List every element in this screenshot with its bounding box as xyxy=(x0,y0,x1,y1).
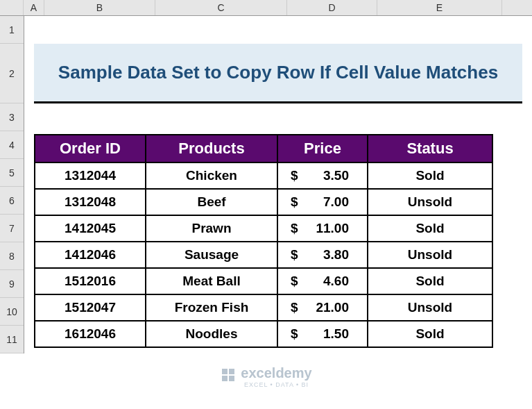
cell-status[interactable]: Sold xyxy=(368,321,492,347)
cell-price[interactable]: $3.50 xyxy=(277,162,368,189)
header-status[interactable]: Status xyxy=(368,135,492,162)
row-header-2[interactable]: 2 xyxy=(0,44,24,103)
column-header-D[interactable]: D xyxy=(287,0,377,15)
watermark: exceldemy EXCEL • DATA • BI xyxy=(0,365,532,388)
cell-price[interactable]: $4.60 xyxy=(277,268,368,294)
cell-order-id[interactable]: 1412045 xyxy=(35,215,146,242)
row-headers: 1 2 3 4 5 6 7 8 9 10 11 xyxy=(0,16,24,353)
cell-status[interactable]: Unsold xyxy=(368,189,492,215)
table-row[interactable]: 1312048Beef$7.00Unsold xyxy=(35,189,492,215)
cell-product[interactable]: Beef xyxy=(146,189,277,215)
cell-status[interactable]: Sold xyxy=(368,162,492,189)
cell-status[interactable]: Sold xyxy=(368,215,492,242)
watermark-tagline: EXCEL • DATA • BI xyxy=(241,381,311,388)
cell-price[interactable]: $11.00 xyxy=(277,215,368,242)
row-header-1[interactable]: 1 xyxy=(0,16,24,44)
table-row[interactable]: 1512047Frozen Fish$21.00Unsold xyxy=(35,294,492,321)
cell-price[interactable]: $1.50 xyxy=(277,321,368,347)
header-price[interactable]: Price xyxy=(277,135,368,162)
table-row[interactable]: 1312044Chicken$3.50Sold xyxy=(35,162,492,189)
cell-product[interactable]: Prawn xyxy=(146,215,277,242)
cell-order-id[interactable]: 1312048 xyxy=(35,189,146,215)
column-header-B[interactable]: B xyxy=(44,0,155,15)
row-header-9[interactable]: 9 xyxy=(0,270,24,298)
watermark-brand: exceldemy xyxy=(241,365,311,381)
column-header-E[interactable]: E xyxy=(377,0,502,15)
row-header-4[interactable]: 4 xyxy=(0,131,24,159)
select-all-corner[interactable] xyxy=(0,0,24,15)
row-header-5[interactable]: 5 xyxy=(0,159,24,187)
cell-order-id[interactable]: 1312044 xyxy=(35,162,146,189)
table-row[interactable]: 1612046Noodles$1.50Sold xyxy=(35,321,492,347)
cell-status[interactable]: Sold xyxy=(368,268,492,294)
row-header-11[interactable]: 11 xyxy=(0,326,24,353)
cell-product[interactable]: Frozen Fish xyxy=(146,294,277,321)
row-header-7[interactable]: 7 xyxy=(0,215,24,242)
logo-icon xyxy=(220,367,237,387)
cell-status[interactable]: Unsold xyxy=(368,242,492,268)
cell-product[interactable]: Meat Ball xyxy=(146,268,277,294)
column-header-C[interactable]: C xyxy=(155,0,287,15)
cell-status[interactable]: Unsold xyxy=(368,294,492,321)
row-header-8[interactable]: 8 xyxy=(0,242,24,270)
header-order-id[interactable]: Order ID xyxy=(35,135,146,162)
cell-product[interactable]: Sausage xyxy=(146,242,277,268)
cell-price[interactable]: $3.80 xyxy=(277,242,368,268)
cell-order-id[interactable]: 1612046 xyxy=(35,321,146,347)
cell-order-id[interactable]: 1512047 xyxy=(35,294,146,321)
table-row[interactable]: 1412046Sausage$3.80Unsold xyxy=(35,242,492,268)
cell-order-id[interactable]: 1412046 xyxy=(35,242,146,268)
cell-order-id[interactable]: 1512016 xyxy=(35,268,146,294)
cell-price[interactable]: $21.00 xyxy=(277,294,368,321)
column-header-A[interactable]: A xyxy=(24,0,44,15)
header-products[interactable]: Products xyxy=(146,135,277,162)
cell-price[interactable]: $7.00 xyxy=(277,189,368,215)
table-row[interactable]: 1512016Meat Ball$4.60Sold xyxy=(35,268,492,294)
data-table: Order ID Products Price Status 1312044Ch… xyxy=(34,134,493,348)
cell-product[interactable]: Chicken xyxy=(146,162,277,189)
table-header-row: Order ID Products Price Status xyxy=(35,135,492,162)
row-header-6[interactable]: 6 xyxy=(0,187,24,215)
table-row[interactable]: 1412045Prawn$11.00Sold xyxy=(35,215,492,242)
cell-product[interactable]: Noodles xyxy=(146,321,277,347)
column-headers: A B C D E xyxy=(0,0,532,16)
row-header-10[interactable]: 10 xyxy=(0,298,24,326)
page-title: Sample Data Set to Copy Row If Cell Valu… xyxy=(34,44,522,103)
row-header-3[interactable]: 3 xyxy=(0,103,24,131)
